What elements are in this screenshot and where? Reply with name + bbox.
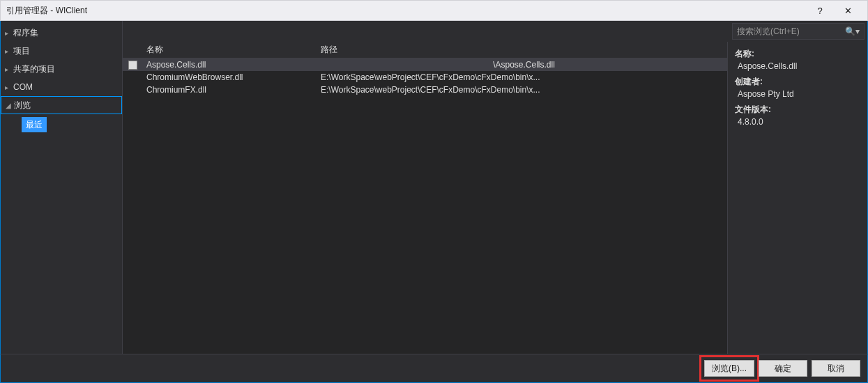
table-row[interactable]: Aspose.Cells.dll \Aspose.Cells.dll	[123, 58, 727, 71]
sidebar-item-assemblies[interactable]: ▸ 程序集	[1, 24, 122, 42]
sidebar-item-browse[interactable]: ◢ 浏览	[1, 96, 122, 114]
col-header-name[interactable]: 名称	[144, 44, 318, 56]
detail-version-label: 文件版本:	[735, 103, 860, 116]
browse-button[interactable]: 浏览(B)...	[704, 360, 754, 377]
search-row: 🔍▾	[123, 21, 867, 42]
table-row[interactable]: ChromiumFX.dll E:\WorkSpace\webProject\C…	[123, 84, 727, 96]
ok-button[interactable]: 确定	[759, 360, 807, 377]
search-box[interactable]: 🔍▾	[732, 23, 865, 40]
detail-name-value: Aspose.Cells.dll	[738, 60, 860, 72]
search-input[interactable]	[737, 26, 842, 36]
titlebar: 引用管理器 - WIClient ? ✕	[0, 0, 868, 21]
dialog-body: ▸ 程序集 ▸ 项目 ▸ 共享的项目 ▸ COM ◢ 浏览 最近 🔍▾	[0, 21, 868, 354]
table-row[interactable]: ChromiumWebBrowser.dll E:\WorkSpace\webP…	[123, 71, 727, 84]
window-title: 引用管理器 - WIClient	[6, 5, 806, 17]
sidebar-item-projects[interactable]: ▸ 项目	[1, 42, 122, 60]
cell-name: ChromiumWebBrowser.dll	[144, 72, 318, 82]
chevron-right-icon: ▸	[5, 65, 8, 73]
col-header-path[interactable]: 路径	[318, 44, 727, 56]
row-checkbox[interactable]	[128, 61, 137, 70]
sidebar-item-label: COM	[13, 82, 33, 92]
chevron-right-icon: ▸	[5, 84, 8, 91]
sidebar-item-label: 程序集	[13, 27, 38, 39]
chevron-right-icon: ▸	[5, 47, 8, 55]
chevron-down-icon: ◢	[6, 102, 11, 109]
cell-name: Aspose.Cells.dll	[144, 60, 318, 70]
detail-version-value: 4.8.0.0	[738, 116, 860, 128]
cell-path: \Aspose.Cells.dll	[318, 60, 727, 70]
detail-name-label: 名称:	[735, 47, 860, 60]
detail-creator-value: Aspose Pty Ltd	[738, 88, 860, 100]
cell-path: E:\WorkSpace\webProject\CEF\cFxDemo\cFxD…	[318, 85, 727, 95]
table-header: 名称 路径	[123, 42, 727, 58]
detail-creator-label: 创建者:	[735, 75, 860, 88]
reference-table: 名称 路径 Aspose.Cells.dll \Aspose.Cells.dll…	[123, 42, 728, 354]
main-content: 🔍▾ 名称 路径 Aspose.Cells.dll \Aspose.Cells.…	[123, 21, 867, 354]
cell-name: ChromiumFX.dll	[144, 85, 318, 95]
sidebar-item-shared[interactable]: ▸ 共享的项目	[1, 60, 122, 78]
help-button[interactable]: ?	[806, 1, 834, 20]
search-icon[interactable]: 🔍▾	[845, 26, 860, 36]
dialog-footer: 浏览(B)... 确定 取消	[0, 354, 868, 383]
sidebar-subitem-recent[interactable]: 最近	[22, 117, 47, 132]
cancel-button[interactable]: 取消	[812, 360, 860, 377]
sidebar: ▸ 程序集 ▸ 项目 ▸ 共享的项目 ▸ COM ◢ 浏览 最近	[1, 21, 123, 354]
chevron-right-icon: ▸	[5, 29, 8, 37]
table-body: Aspose.Cells.dll \Aspose.Cells.dll Chrom…	[123, 58, 727, 354]
details-panel: 名称: Aspose.Cells.dll 创建者: Aspose Pty Ltd…	[728, 42, 867, 354]
sidebar-item-com[interactable]: ▸ COM	[1, 78, 122, 96]
close-button[interactable]: ✕	[834, 1, 862, 20]
content-row: 名称 路径 Aspose.Cells.dll \Aspose.Cells.dll…	[123, 42, 867, 354]
sidebar-item-label: 项目	[13, 45, 30, 57]
sidebar-item-label: 浏览	[14, 100, 31, 111]
sidebar-item-label: 共享的项目	[13, 63, 55, 75]
cell-path: E:\WorkSpace\webProject\CEF\cFxDemo\cFxD…	[318, 72, 727, 82]
